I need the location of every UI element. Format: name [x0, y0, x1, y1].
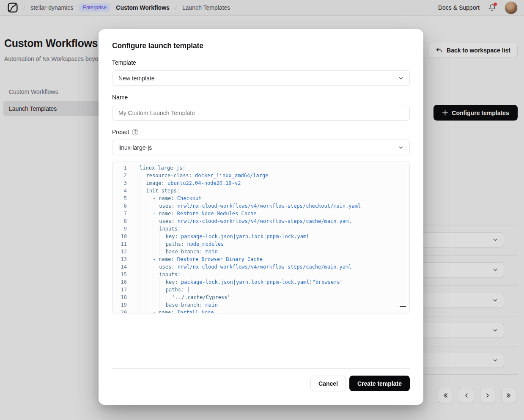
code-line: 16 key: package-lock.json|yarn.lock|pnpm… [112, 278, 409, 286]
code-line: 9 inputs: [112, 225, 409, 233]
code-line: 11 paths: node_modules [112, 240, 409, 248]
editor-scrollbar-track [403, 164, 403, 311]
code-line: 20 - name: Install Node [112, 309, 409, 313]
preset-select[interactable]: linux-large-js [112, 140, 410, 155]
preset-label: Preset ? [112, 129, 138, 135]
preset-select-value: linux-large-js [118, 144, 152, 151]
chevron-down-icon [398, 75, 404, 81]
modal-footer-divider [112, 368, 410, 369]
create-template-button[interactable]: Create template [349, 376, 410, 391]
chevron-down-icon [398, 145, 404, 151]
code-line: 7 - name: Restore Node Modules Cache [112, 210, 409, 217]
configure-launch-template-modal: Configure launch template Template New t… [99, 29, 423, 405]
code-line: 14 uses: nrwl/nx-cloud-workflows/v4/work… [112, 263, 409, 271]
code-line: 6 uses: nrwl/nx-cloud-workflows/v4/workf… [112, 202, 409, 210]
code-line: 2 resource-class: docker_linux_amd64/lar… [112, 172, 409, 179]
code-line: 13 - name: Restore Browser Binary Cache [112, 255, 409, 263]
editor-scrollbar-thumb[interactable] [400, 306, 406, 307]
code-line: 5 - name: Checkout [112, 195, 409, 202]
code-line: 12 base-branch: main [112, 248, 409, 255]
modal-title: Configure launch template [112, 41, 203, 50]
name-input[interactable] [112, 105, 410, 121]
code-line: 8 uses: nrwl/nx-cloud-workflows/v4/workf… [112, 217, 409, 225]
code-line: 15 inputs: [112, 271, 409, 278]
yaml-code-editor[interactable]: 1linux-large-js:2 resource-class: docker… [112, 162, 410, 313]
code-line: 4 init-steps: [112, 187, 409, 195]
template-select-value: New template [118, 75, 155, 82]
help-icon[interactable]: ? [132, 129, 138, 135]
preset-label-text: Preset [112, 129, 129, 135]
name-label: Name [112, 94, 128, 101]
code-line: 3 image: ubuntu22.04-node20.19-v2 [112, 179, 409, 187]
code-line: 18 '../.cache/Cypress' [112, 294, 409, 301]
template-label: Template [112, 59, 136, 66]
template-select[interactable]: New template [112, 70, 410, 86]
cancel-button[interactable]: Cancel [310, 376, 346, 391]
code-line: 17 paths: | [112, 286, 409, 294]
code-line: 1linux-large-js: [112, 164, 409, 172]
code-line: 19 base-branch: main [112, 301, 409, 309]
code-line: 10 key: package-lock.json|yarn.lock|pnpm… [112, 233, 409, 240]
